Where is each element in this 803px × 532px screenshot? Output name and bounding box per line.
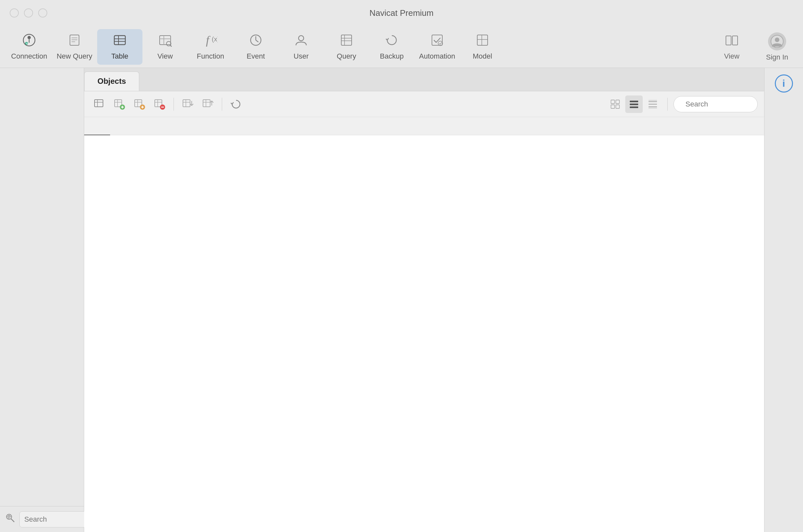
connection-icon: + [22, 33, 36, 50]
view-toggle-sep [667, 98, 668, 111]
sidebar [0, 68, 84, 532]
svg-rect-66 [203, 100, 210, 107]
sign-in-avatar [768, 32, 786, 51]
svg-line-38 [11, 519, 14, 522]
detail-view-button[interactable] [644, 95, 661, 113]
automation-label: Automation [419, 52, 455, 60]
svg-rect-72 [611, 105, 615, 109]
toolbar-model[interactable]: Model [460, 29, 505, 65]
svg-text:(x): (x) [212, 36, 218, 43]
objects-search-input[interactable] [673, 96, 758, 112]
query-icon [339, 33, 354, 50]
sub-tabs-row [84, 117, 764, 135]
objects-toolbar: 🔍 [84, 91, 764, 117]
svg-line-17 [170, 45, 172, 46]
import-button[interactable] [179, 95, 197, 113]
backup-icon [385, 33, 399, 50]
svg-text:f: f [206, 34, 211, 46]
view-label: View [157, 52, 172, 60]
svg-point-23 [299, 36, 304, 41]
main-content [84, 135, 764, 532]
function-icon: f (x) [203, 33, 218, 50]
new-query-icon [67, 33, 81, 50]
toolbar-backup[interactable]: Backup [369, 29, 414, 65]
toolbar-table[interactable]: Table [97, 29, 143, 65]
svg-rect-74 [630, 101, 638, 102]
delete-table-button[interactable] [151, 95, 168, 113]
grid-view-button[interactable] [606, 95, 624, 113]
new-query-label: New Query [57, 52, 92, 60]
maximize-button[interactable] [38, 8, 47, 18]
sub-tab-1[interactable] [84, 117, 110, 135]
main-toolbar: + Connection New Query Table [0, 26, 803, 68]
svg-rect-75 [630, 103, 638, 105]
info-icon-label: i [782, 78, 785, 89]
svg-point-16 [166, 41, 171, 46]
svg-line-22 [256, 40, 258, 42]
svg-rect-34 [732, 36, 737, 45]
user-label: User [294, 52, 309, 60]
main-layout: Objects [0, 68, 803, 532]
view-icon [158, 33, 172, 50]
table-label: Table [111, 52, 129, 60]
query-label: Query [337, 52, 356, 60]
refresh-button[interactable] [227, 95, 245, 113]
title-bar: Navicat Premium [0, 0, 803, 26]
filter-icon[interactable] [5, 513, 16, 526]
model-label: Model [473, 52, 492, 60]
content-area: Objects [84, 68, 764, 532]
toolbar-new-query[interactable]: New Query [52, 29, 97, 65]
new-table2-button[interactable] [131, 95, 148, 113]
toolbar-automation[interactable]: Automation [414, 29, 460, 65]
event-icon [249, 33, 263, 50]
search-wrapper: 🔍 [673, 96, 758, 112]
backup-label: Backup [380, 52, 404, 60]
svg-rect-62 [183, 100, 190, 107]
event-label: Event [247, 52, 265, 60]
sub-tab-2[interactable] [110, 117, 136, 135]
app-title: Navicat Premium [370, 8, 433, 18]
svg-rect-70 [611, 100, 615, 103]
toolbar-event[interactable]: Event [233, 29, 278, 65]
list-view-button[interactable] [625, 95, 643, 113]
minimize-button[interactable] [24, 8, 33, 18]
right-panel: i [764, 68, 803, 532]
toolbar-sign-in[interactable]: Sign In [758, 29, 797, 65]
toolbar-query[interactable]: Query [324, 29, 369, 65]
tab-objects[interactable]: Objects [84, 72, 139, 91]
new-table-button[interactable] [111, 95, 128, 113]
toolbar-view-toggle[interactable]: View [712, 29, 751, 65]
function-label: Function [197, 52, 224, 60]
view-toggle-label: View [724, 52, 739, 60]
open-table-button[interactable] [91, 95, 108, 113]
view-toggle-group [606, 95, 661, 113]
tabs-bar: Objects [84, 68, 764, 91]
separator-1 [173, 98, 174, 111]
traffic-lights [10, 8, 47, 18]
svg-rect-13 [160, 36, 171, 45]
sidebar-bottom [0, 506, 84, 532]
svg-rect-24 [341, 35, 352, 45]
toolbar-view[interactable]: View [143, 29, 188, 65]
svg-rect-71 [616, 100, 619, 103]
svg-point-36 [775, 38, 779, 42]
svg-rect-42 [95, 100, 103, 107]
export-button[interactable] [199, 95, 217, 113]
connection-label: Connection [11, 52, 47, 60]
model-icon [475, 33, 489, 50]
svg-rect-30 [477, 35, 488, 45]
toolbar-function[interactable]: f (x) Function [188, 29, 233, 65]
user-icon [294, 33, 308, 50]
info-button[interactable]: i [775, 74, 793, 93]
toolbar-user[interactable]: User [278, 29, 324, 65]
svg-rect-33 [726, 36, 731, 45]
view-toggle-icon [725, 33, 739, 50]
sidebar-content [0, 68, 84, 506]
svg-rect-76 [630, 107, 638, 108]
close-button[interactable] [10, 8, 19, 18]
svg-rect-73 [616, 105, 619, 109]
svg-rect-9 [114, 36, 125, 45]
sign-in-label: Sign In [766, 53, 788, 61]
tab-objects-label: Objects [97, 77, 126, 86]
toolbar-connection[interactable]: + Connection [6, 29, 52, 65]
